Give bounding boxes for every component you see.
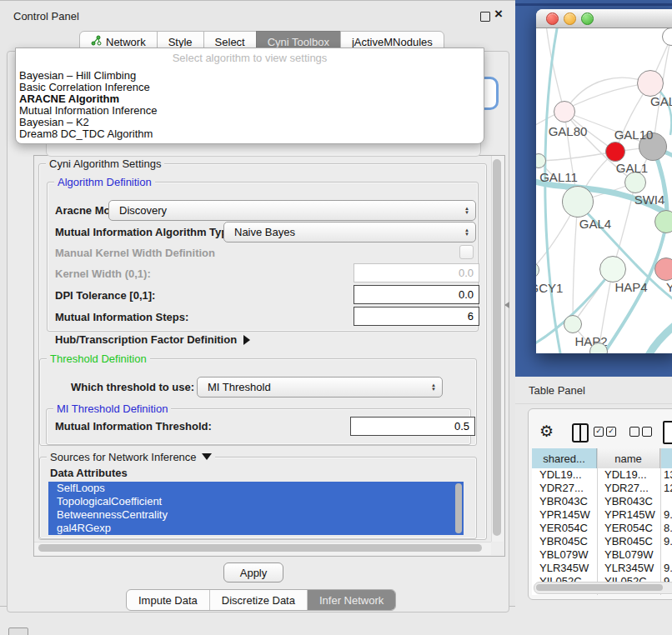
tab-discretize-data[interactable]: Discretize Data <box>209 590 307 610</box>
close-icon[interactable]: × <box>494 6 503 22</box>
table-row[interactable]: YPR145WYPR145W9. <box>532 508 672 522</box>
algorithm-placeholder: Select algorithm to view settings <box>16 52 484 64</box>
mi-algorithm-type-select[interactable]: Naive Bayes ▲▼ <box>223 222 476 242</box>
table-row[interactable]: YDL19...YDL19...13 <box>532 468 672 482</box>
network-canvas[interactable]: GALGAL80GAL10GAL1GAL11GAL4SWI4GCY1HAP4YH… <box>536 28 672 353</box>
data-attributes-label: Data Attributes <box>50 467 128 479</box>
network-node[interactable] <box>624 172 646 193</box>
sources-group-title[interactable]: Sources for Network Inference <box>47 451 215 463</box>
table-cell <box>660 495 672 508</box>
algorithm-option[interactable]: Bayesian – Hill Climbing <box>19 70 480 82</box>
network-node-label: GAL11 <box>539 170 578 184</box>
bottom-left-icon[interactable] <box>8 628 28 635</box>
hub-definition-expander[interactable]: Hub/Transcription Factor Definition <box>55 333 250 346</box>
table-cell: YPR145W <box>532 508 597 522</box>
stepper-arrows-icon: ▲▼ <box>431 383 436 392</box>
mi-steps-field[interactable]: 6 <box>354 307 479 326</box>
tab-label: Network <box>106 36 146 48</box>
algorithm-option[interactable]: Basic Correlation Inference <box>19 82 480 93</box>
network-node[interactable] <box>654 258 672 281</box>
table-cell: YBR045C <box>532 535 597 548</box>
network-node[interactable] <box>562 186 594 218</box>
network-node-label: GAL10 <box>614 128 654 142</box>
tab-label: Cyni Toolbox <box>268 36 329 48</box>
zoom-traffic-icon[interactable] <box>581 12 594 25</box>
network-window-titlebar[interactable] <box>536 9 672 28</box>
dpi-tolerance-field[interactable]: 0.0 <box>354 285 479 304</box>
network-node[interactable] <box>654 210 672 233</box>
splitter-collapse-arrow[interactable] <box>504 302 509 308</box>
vertical-scrollbar-thumb[interactable] <box>493 159 501 536</box>
threshold-definition-title: Threshold Definition <box>47 352 150 365</box>
network-node[interactable] <box>564 315 582 333</box>
table-panel-title: Table Panel <box>529 384 585 397</box>
column-header[interactable]: shared... <box>532 448 597 468</box>
which-threshold-select[interactable]: MI Threshold ▲▼ <box>197 377 443 398</box>
data-attributes-list: SelfLoopsTopologicalCoefficientBetweenne… <box>48 482 464 535</box>
mi-steps-label: Mutual Information Steps: <box>55 311 188 323</box>
manual-kernel-width-checkbox[interactable] <box>459 245 474 259</box>
aracne-mode-value: Discovery <box>119 204 167 217</box>
horizontal-scrollbar-thumb[interactable] <box>38 544 482 552</box>
deselect-all-icon[interactable] <box>642 427 652 437</box>
minimize-traffic-icon[interactable] <box>564 12 576 25</box>
data-attribute-item[interactable]: BetweennessCentrality <box>48 508 464 522</box>
table-row[interactable]: YDR27...YDR27...12 <box>532 482 672 495</box>
network-node[interactable] <box>554 101 575 122</box>
network-node[interactable] <box>599 256 626 282</box>
table-row[interactable]: YBR045CYBR045C9. <box>532 535 672 548</box>
mi-threshold-field[interactable]: 0.5 <box>350 417 475 436</box>
manual-kernel-width-label: Manual Kernel Width Definition <box>55 247 215 259</box>
stepper-arrows-icon: ▲▼ <box>464 228 469 237</box>
algorithm-option[interactable]: Mutual Information Inference <box>19 105 480 117</box>
apply-button[interactable]: Apply <box>223 562 283 582</box>
desktop-accent-line <box>515 3 672 6</box>
collapse-arrow-icon[interactable] <box>202 453 212 460</box>
select-all-icon[interactable]: ✓ <box>594 427 604 437</box>
table-cell: 8. <box>660 522 672 535</box>
table-cell: YER054C <box>597 522 660 535</box>
deselect-all-icon[interactable] <box>629 427 639 437</box>
network-node[interactable] <box>637 70 664 97</box>
tab-label: Discretize Data <box>222 594 295 607</box>
column-header[interactable]: name <box>597 448 660 468</box>
attributes-scrollbar-thumb[interactable] <box>455 483 462 533</box>
mi-algorithm-type-label: Mutual Information Algorithm Type: <box>55 226 238 238</box>
kernel-width-field[interactable]: 0.0 <box>354 263 479 282</box>
tab-label: Style <box>168 36 193 48</box>
table-row[interactable]: YER054CYER054C8. <box>532 522 672 535</box>
table-row[interactable]: YLR345WYLR345W9. <box>532 562 672 575</box>
algorithm-option[interactable]: Dream8 DC_TDC Algorithm <box>19 128 480 140</box>
table-cell: YDL19... <box>532 468 597 482</box>
column-header[interactable] <box>660 448 672 468</box>
table-cell <box>660 548 672 562</box>
algorithm-list: Bayesian – Hill ClimbingBasic Correlatio… <box>19 70 480 140</box>
tab-impute-data[interactable]: Impute Data <box>127 590 209 610</box>
tab-infer-network[interactable]: Infer Network <box>307 590 395 610</box>
table-row[interactable]: YBL079WYBL079W <box>532 548 672 562</box>
close-traffic-icon[interactable] <box>546 12 559 25</box>
mi-threshold-group-title: MI Threshold Definition <box>53 402 171 415</box>
document-icon[interactable] <box>663 421 672 444</box>
kernel-width-label: Kernel Width (0,1): <box>55 268 151 280</box>
data-attribute-item[interactable]: gal4RGexp <box>48 522 464 535</box>
float-window-icon[interactable] <box>480 12 490 22</box>
stepper-arrows-icon: ▲▼ <box>464 207 469 215</box>
algorithm-option[interactable]: ARACNE Algorithm <box>19 93 480 105</box>
table-cell: YLR345W <box>532 562 597 575</box>
algorithm-option[interactable]: Bayesian – K2 <box>19 117 480 128</box>
data-attribute-item[interactable]: SelfLoops <box>48 482 464 495</box>
data-attribute-item[interactable]: TopologicalCoefficient <box>48 495 464 508</box>
table-horizontal-scrollbar-thumb[interactable] <box>536 584 663 591</box>
aracne-mode-select[interactable]: Discovery ▲▼ <box>108 200 476 221</box>
table-body: YDL19...YDL19...13YDR27...YDR27...12YBR0… <box>532 468 672 588</box>
expand-arrow-icon[interactable] <box>243 335 250 345</box>
table-cell: YLR345W <box>597 562 660 575</box>
network-node[interactable] <box>605 142 625 162</box>
table-row[interactable]: YBR043CYBR043C <box>532 495 672 508</box>
settings-gear-icon[interactable]: ⚙ <box>539 422 554 441</box>
select-all-icon[interactable]: ✓ <box>606 427 616 437</box>
table-cell: YBL079W <box>532 548 597 562</box>
column-divider <box>597 448 598 595</box>
split-columns-icon[interactable] <box>572 423 589 442</box>
